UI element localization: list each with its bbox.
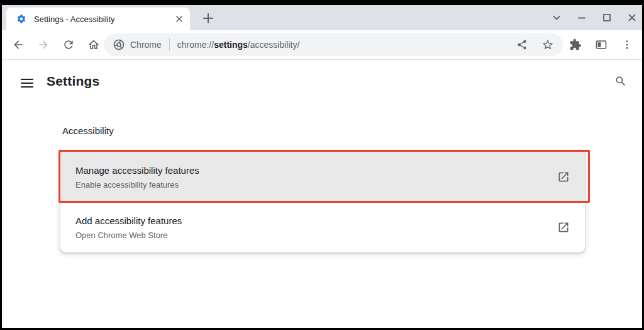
open-in-new-icon[interactable] (557, 221, 570, 234)
maximize-icon[interactable] (602, 13, 612, 23)
row-texts: Manage accessibility features Enable acc… (75, 165, 557, 190)
open-in-new-icon[interactable] (557, 171, 570, 183)
row-subtitle: Open Chrome Web Store (75, 230, 557, 240)
tab-close-icon[interactable] (174, 13, 185, 25)
browser-window: Settings - Accessibility (2, 5, 642, 328)
minimize-icon[interactable] (577, 13, 587, 23)
row-manage-accessibility-features[interactable]: Manage accessibility features Enable acc… (60, 152, 585, 202)
address-bar[interactable]: Chrome chrome://settings/accessibility/ (104, 33, 563, 56)
row-add-accessibility-features[interactable]: Add accessibility features Open Chrome W… (60, 202, 585, 253)
close-window-icon[interactable] (627, 13, 637, 23)
tab-settings-accessibility[interactable]: Settings - Accessibility (6, 8, 190, 30)
tab-title: Settings - Accessibility (34, 14, 174, 24)
bookmark-star-icon[interactable] (541, 38, 554, 51)
row-subtitle: Enable accessibility features (75, 180, 557, 190)
toolbar-actions (569, 38, 633, 51)
page-title: Settings (47, 74, 99, 89)
url-scheme: chrome:// (177, 40, 214, 50)
search-icon[interactable] (614, 75, 627, 90)
share-icon[interactable] (516, 39, 528, 50)
row-texts: Add accessibility features Open Chrome W… (75, 215, 557, 240)
url-host: settings (214, 40, 248, 50)
hamburger-menu-icon[interactable] (21, 78, 33, 91)
new-tab-button[interactable] (201, 11, 215, 25)
chrome-logo-icon (113, 38, 125, 51)
reload-icon[interactable] (62, 38, 75, 51)
omnibox-divider (169, 38, 170, 51)
home-icon[interactable] (87, 38, 100, 51)
side-panel-icon[interactable] (595, 38, 608, 51)
url-path: /accessibility/ (248, 40, 299, 50)
omnibox-actions (516, 38, 554, 51)
tab-strip: Settings - Accessibility (2, 5, 642, 30)
settings-page: Settings Accessibility Manage accessibil… (2, 60, 642, 328)
forward-icon[interactable] (37, 38, 50, 51)
section-heading: Accessibility (62, 125, 114, 136)
gear-favicon-icon (16, 14, 26, 24)
back-icon[interactable] (12, 38, 25, 51)
window-controls (552, 5, 637, 30)
row-title: Add accessibility features (75, 215, 557, 226)
nav-buttons (12, 38, 100, 51)
three-dot-menu-icon[interactable] (621, 38, 633, 51)
row-title: Manage accessibility features (75, 165, 557, 176)
chevron-down-icon[interactable] (552, 13, 562, 23)
url-text[interactable]: chrome://settings/accessibility/ (177, 40, 511, 50)
site-label: Chrome (130, 40, 162, 50)
browser-toolbar: Chrome chrome://settings/accessibility/ (2, 30, 642, 60)
extensions-puzzle-icon[interactable] (569, 38, 582, 51)
settings-card: Manage accessibility features Enable acc… (60, 152, 585, 253)
